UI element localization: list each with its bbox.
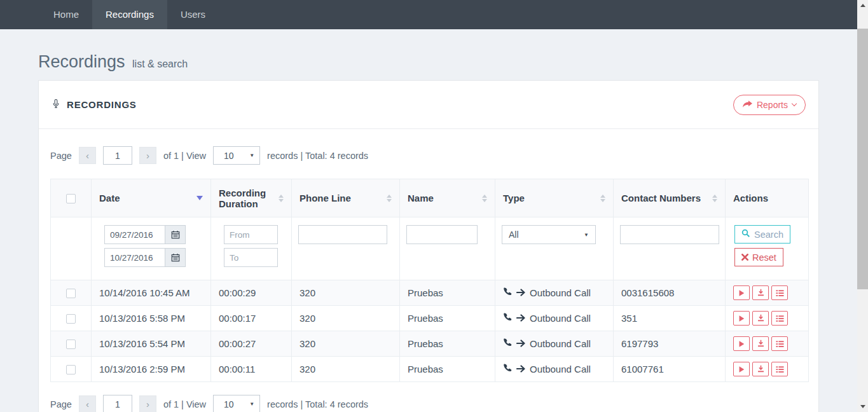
calendar-icon[interactable] xyxy=(165,248,186,267)
column-header-duration[interactable]: Recording Duration xyxy=(211,179,292,217)
cell-type: Outbound Call xyxy=(495,357,614,382)
details-list-button[interactable] xyxy=(771,285,788,300)
sort-icon xyxy=(482,195,487,202)
row-checkbox[interactable] xyxy=(66,289,76,298)
download-button[interactable] xyxy=(752,336,769,351)
type-filter-value: All xyxy=(509,230,519,240)
prev-page-button[interactable]: ‹ xyxy=(79,395,96,412)
per-page-select[interactable]: 10 ▼ xyxy=(213,395,260,412)
cell-type: Outbound Call xyxy=(495,280,614,306)
cell-contact: 6197793 xyxy=(614,331,726,357)
details-list-button[interactable] xyxy=(771,311,788,326)
of-pages-label: of 1 | View xyxy=(163,151,206,161)
cell-duration: 00:00:11 xyxy=(211,357,292,382)
calendar-icon[interactable] xyxy=(165,225,186,244)
column-label: Contact Numbers xyxy=(621,193,701,203)
panel-title-label: RECORDINGS xyxy=(67,99,137,110)
select-all-checkbox[interactable] xyxy=(66,194,76,203)
recordings-table: Date Recording Duration Phone Line xyxy=(50,179,809,382)
row-checkbox[interactable] xyxy=(66,365,76,374)
reports-button[interactable]: Reports xyxy=(733,95,806,115)
filter-phone-line-cell xyxy=(292,217,400,280)
next-page-button[interactable]: › xyxy=(139,147,156,164)
pagination-bottom: Page ‹ › of 1 | View 10 ▼ records | Tota… xyxy=(50,395,807,412)
of-pages-label: of 1 | View xyxy=(163,399,206,409)
cell-type-label: Outbound Call xyxy=(530,338,591,349)
nav-tab-recordings[interactable]: Recordings xyxy=(92,0,167,29)
scrollbar-thumb[interactable] xyxy=(857,29,868,289)
column-header-phone-line[interactable]: Phone Line xyxy=(292,179,400,217)
nav-tab-home[interactable]: Home xyxy=(40,0,92,29)
arrow-right-icon xyxy=(516,338,525,349)
header-checkbox-cell xyxy=(51,179,92,217)
download-button[interactable] xyxy=(752,285,769,300)
microphone-icon xyxy=(52,97,60,112)
details-list-button[interactable] xyxy=(771,362,788,376)
row-checkbox[interactable] xyxy=(66,340,76,349)
page-number-input[interactable] xyxy=(103,146,132,165)
per-page-value: 10 xyxy=(224,151,234,161)
sort-desc-icon xyxy=(196,196,203,200)
caret-down-icon: ▼ xyxy=(249,153,254,158)
phone-line-filter-input[interactable] xyxy=(298,225,387,244)
search-label: Search xyxy=(754,230,783,240)
column-label: Date xyxy=(99,193,120,203)
column-header-contact-numbers[interactable]: Contact Numbers xyxy=(614,179,726,217)
play-button[interactable] xyxy=(733,336,750,351)
filter-date-cell xyxy=(92,217,211,280)
cell-name: Pruebas xyxy=(400,331,495,357)
top-navbar: Home Recordings Users xyxy=(0,0,868,29)
filter-type-cell: All ▼ xyxy=(495,217,614,280)
arrow-right-icon xyxy=(516,364,525,374)
column-header-name[interactable]: Name xyxy=(400,179,495,217)
panel-body: Page ‹ › of 1 | View 10 ▼ records | Tota… xyxy=(39,129,818,412)
phone-icon xyxy=(503,313,512,324)
reset-button[interactable]: Reset xyxy=(734,248,783,266)
table-row: 10/13/2016 5:58 PM 00:00:17 320 Pruebas … xyxy=(51,306,809,331)
page-number-input[interactable] xyxy=(103,395,132,412)
filter-actions-cell: Search Reset xyxy=(726,217,809,280)
play-button[interactable] xyxy=(733,311,750,326)
table-row: 10/13/2016 5:54 PM 00:00:27 320 Pruebas … xyxy=(51,331,809,357)
type-filter-select[interactable]: All ▼ xyxy=(502,225,596,244)
cell-duration: 00:00:27 xyxy=(211,331,292,357)
cell-phone-line: 320 xyxy=(292,357,400,382)
scroll-up-arrow[interactable] xyxy=(857,0,868,11)
vertical-scrollbar[interactable] xyxy=(857,0,868,412)
per-page-select[interactable]: 10 ▼ xyxy=(213,146,260,165)
name-filter-input[interactable] xyxy=(406,225,478,244)
prev-page-button[interactable]: ‹ xyxy=(79,147,96,164)
play-button[interactable] xyxy=(733,285,750,300)
date-from-input[interactable] xyxy=(104,225,165,244)
column-header-type[interactable]: Type xyxy=(495,179,614,217)
nav-tab-users[interactable]: Users xyxy=(167,0,219,29)
duration-to-input[interactable] xyxy=(224,248,278,267)
panel-header: RECORDINGS Reports xyxy=(39,81,818,129)
scroll-down-arrow[interactable] xyxy=(857,401,868,412)
sort-icon xyxy=(712,195,717,202)
play-button[interactable] xyxy=(733,362,750,376)
cell-date: 10/13/2016 5:54 PM xyxy=(92,331,211,357)
date-to-input[interactable] xyxy=(104,248,165,267)
cell-duration: 00:00:29 xyxy=(211,280,292,306)
next-page-button[interactable]: › xyxy=(139,395,156,412)
search-button[interactable]: Search xyxy=(734,225,790,244)
duration-from-input[interactable] xyxy=(224,225,278,244)
contact-numbers-filter-input[interactable] xyxy=(620,225,719,244)
column-label: Type xyxy=(503,193,525,203)
date-from-group xyxy=(104,225,186,244)
cell-actions xyxy=(726,306,809,331)
table-row: 10/13/2016 2:59 PM 00:00:11 320 Pruebas … xyxy=(51,357,809,382)
page-label: Page xyxy=(50,399,72,409)
page-title-main: Recordings xyxy=(38,52,125,71)
details-list-button[interactable] xyxy=(771,336,788,351)
row-checkbox[interactable] xyxy=(66,314,76,324)
records-total-label: records | Total: 4 records xyxy=(267,151,368,161)
download-button[interactable] xyxy=(752,362,769,376)
column-header-date[interactable]: Date xyxy=(92,179,211,217)
page-title: Recordings list & search xyxy=(38,52,868,72)
arrow-right-icon xyxy=(516,287,525,298)
per-page-value: 10 xyxy=(224,399,234,409)
date-to-group xyxy=(104,248,186,267)
download-button[interactable] xyxy=(752,311,769,326)
